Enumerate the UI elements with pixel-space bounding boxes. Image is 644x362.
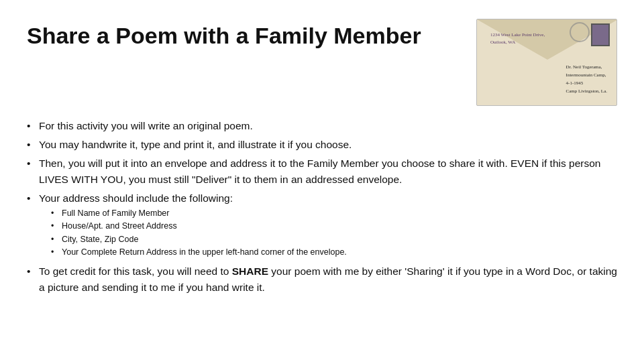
bullet-item-1: • For this activity you will write an or… — [27, 118, 617, 134]
bullet-dot-5: • — [27, 263, 39, 280]
envelope-stamp-icon — [591, 23, 610, 46]
return-line2: Outlook, WA — [490, 40, 515, 45]
to-line4: Camp Livingston, La. — [566, 88, 607, 94]
envelope-to-address: Dr. Neil Togerama, Intermountain Camp, 4… — [566, 64, 607, 96]
sub-text-1: Full Name of Family Member — [62, 207, 617, 220]
bullet-dot-1: • — [27, 118, 39, 134]
envelope-image: 1234 West Lake Point Drive, Outlook, WA … — [476, 19, 617, 106]
bullet-dot-4: • — [27, 190, 39, 206]
sub-bullet-1: • Full Name of Family Member — [51, 207, 617, 220]
sub-dot-4: • — [51, 246, 62, 259]
sub-text-4: Your Complete Return Address in the uppe… — [62, 246, 617, 259]
bullet-dot-2: • — [27, 137, 39, 153]
bullet-text-3: Then, you will put it into an envelope a… — [39, 156, 617, 188]
bullet-item-4: • Your address should include the follow… — [27, 190, 617, 261]
sub-bullet-3: • City, State, Zip Code — [51, 233, 617, 246]
bullet-text-1: For this activity you will write an orig… — [39, 118, 617, 134]
to-line1: Dr. Neil Togerama, — [566, 64, 602, 70]
bullet-item-5: • To get credit for this task, you will … — [27, 263, 617, 296]
sub-text-3: City, State, Zip Code — [62, 233, 617, 246]
to-line2: Intermountain Camp, — [566, 72, 606, 78]
sub-dot-3: • — [51, 233, 62, 246]
envelope-decoration: 1234 West Lake Point Drive, Outlook, WA … — [476, 19, 617, 106]
sub-text-2: House/Apt. and Street Address — [62, 220, 617, 233]
sub-dot-2: • — [51, 220, 62, 233]
bullet-item-3: • Then, you will put it into an envelope… — [27, 156, 617, 188]
page-title: Share a Poem with a Family Member — [27, 19, 421, 49]
sub-bullet-2: • House/Apt. and Street Address — [51, 220, 617, 233]
envelope-postmark-icon — [570, 22, 590, 42]
to-line3: 4-1-1945 — [566, 80, 584, 86]
header-area: Share a Poem with a Family Member 1234 W… — [27, 19, 617, 106]
sub-dot-1: • — [51, 207, 62, 220]
bullet-item-2: • You may handwrite it, type and print i… — [27, 137, 617, 153]
bullet-dot-3: • — [27, 156, 39, 172]
sub-bullets-list: • Full Name of Family Member • House/Apt… — [51, 207, 617, 259]
bullet-text-5: To get credit for this task, you will ne… — [39, 263, 617, 296]
bullet-text-2: You may handwrite it, type and print it,… — [39, 137, 617, 153]
sub-bullet-4: • Your Complete Return Address in the up… — [51, 246, 617, 259]
return-line1: 1234 West Lake Point Drive, — [490, 32, 545, 38]
envelope-return-lines: 1234 West Lake Point Drive, Outlook, WA — [490, 32, 545, 46]
page: Share a Poem with a Family Member 1234 W… — [0, 0, 644, 362]
content-area: • For this activity you will write an or… — [27, 118, 617, 296]
bullet4-main: Your address should include the followin… — [39, 192, 233, 204]
bullet-text-4: Your address should include the followin… — [39, 190, 617, 261]
